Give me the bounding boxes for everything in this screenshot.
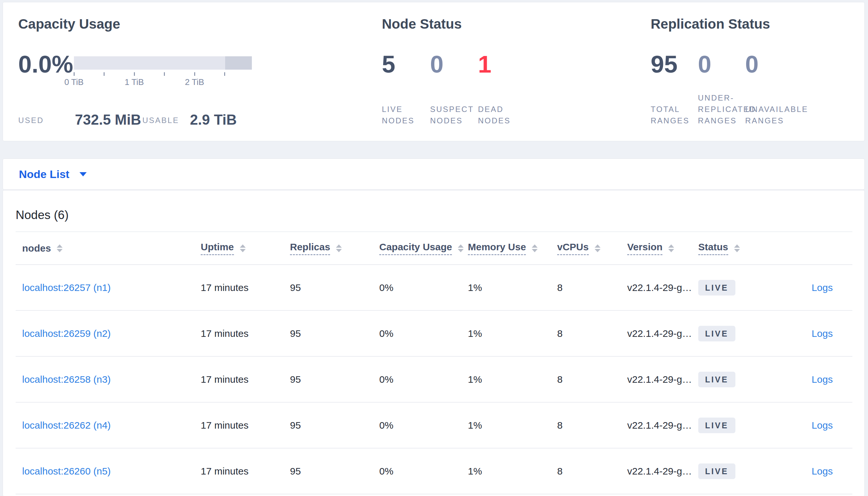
uptime-value: 17 minutes — [201, 328, 290, 339]
replicas-value: 95 — [290, 420, 379, 431]
live-nodes-count: 5 — [382, 51, 395, 77]
heading-divider — [16, 231, 852, 232]
table-row: localhost:26257 (n1) 17 minutes 95 0% 1%… — [16, 265, 852, 311]
total-ranges-count: 95 — [651, 51, 677, 77]
uptime-value: 17 minutes — [201, 374, 290, 385]
status-badge: LIVE — [698, 280, 735, 295]
version-value: v22.1.4-29-g… — [627, 328, 698, 339]
node-link[interactable]: localhost:26260 (n5) — [22, 466, 111, 477]
column-header-status[interactable]: Status — [698, 242, 728, 255]
capacity-usage-percent: 0.0% — [18, 51, 73, 77]
status-badge: LIVE — [698, 326, 735, 341]
sort-icon[interactable] — [595, 244, 600, 252]
table-row: localhost:26259 (n2) 17 minutes 95 0% 1%… — [16, 311, 852, 357]
memory-use-value: 1% — [468, 466, 557, 477]
sort-icon[interactable] — [336, 244, 342, 252]
node-status-title: Node Status — [382, 17, 462, 31]
caret-down-icon[interactable] — [79, 172, 87, 176]
axis-tick-label: 0 TiB — [64, 77, 84, 87]
view-selector-bar — [3, 158, 865, 190]
axis-tick — [134, 72, 135, 76]
uptime-value: 17 minutes — [201, 420, 290, 431]
axis-tick — [194, 72, 195, 76]
column-header-vcpus[interactable]: vCPUs — [557, 242, 589, 255]
table-row: localhost:26260 (n5) 17 minutes 95 0% 1%… — [16, 449, 852, 494]
suspect-nodes-count: 0 — [430, 51, 444, 77]
capacity-usage-value: 0% — [379, 374, 468, 385]
sort-icon[interactable] — [734, 244, 740, 252]
logs-link[interactable]: Logs — [812, 420, 833, 431]
table-row: localhost:26262 (n4) 17 minutes 95 0% 1%… — [16, 403, 852, 449]
node-list-dropdown[interactable]: Node List — [19, 168, 87, 181]
column-header-uptime[interactable]: Uptime — [201, 242, 234, 255]
node-link[interactable]: localhost:26262 (n4) — [22, 420, 111, 431]
capacity-reserved-segment — [225, 56, 252, 69]
uptime-value: 17 minutes — [201, 282, 290, 293]
sort-icon[interactable] — [458, 244, 464, 252]
dead-nodes-count: 1 — [478, 51, 491, 77]
capacity-usage-value: 0% — [379, 282, 468, 293]
capacity-usage-value: 0% — [379, 328, 468, 339]
vcpus-value: 8 — [557, 282, 627, 293]
column-header-version[interactable]: Version — [627, 242, 662, 255]
memory-use-value: 1% — [468, 420, 557, 431]
unavailable-ranges-label: UNAVAILABLE RANGES — [745, 104, 808, 126]
memory-use-value: 1% — [468, 282, 557, 293]
version-value: v22.1.4-29-g… — [627, 420, 698, 431]
logs-link[interactable]: Logs — [812, 466, 833, 477]
usable-value: 2.9 TiB — [190, 112, 237, 128]
vcpus-value: 8 — [557, 374, 627, 385]
suspect-nodes-label: SUSPECT NODES — [430, 104, 474, 126]
sort-icon[interactable] — [57, 244, 62, 252]
axis-tick-label: 2 TiB — [185, 77, 204, 87]
capacity-usage-value: 0% — [379, 466, 468, 477]
sort-icon[interactable] — [240, 244, 246, 252]
vcpus-value: 8 — [557, 466, 627, 477]
sort-icon[interactable] — [532, 244, 538, 252]
logs-link[interactable]: Logs — [812, 374, 833, 385]
logs-link[interactable]: Logs — [812, 282, 833, 293]
replicas-value: 95 — [290, 374, 379, 385]
nodes-heading: Nodes (6) — [16, 208, 69, 222]
axis-tick — [104, 72, 105, 76]
node-link[interactable]: localhost:26259 (n2) — [22, 328, 111, 339]
memory-use-value: 1% — [468, 328, 557, 339]
total-ranges-label: TOTAL RANGES — [651, 104, 689, 126]
uptime-value: 17 minutes — [201, 466, 290, 477]
version-value: v22.1.4-29-g… — [627, 374, 698, 385]
replicas-value: 95 — [290, 466, 379, 477]
axis-tick — [224, 72, 225, 76]
sort-icon[interactable] — [668, 244, 674, 252]
node-link[interactable]: localhost:26257 (n1) — [22, 282, 111, 293]
axis-tick — [164, 72, 165, 76]
column-header-nodes[interactable]: nodes — [22, 243, 51, 254]
axis-tick — [74, 72, 75, 76]
table-header-row: nodes Uptime Replicas Capacity Usage Mem… — [16, 232, 852, 265]
status-badge: LIVE — [698, 372, 735, 387]
replication-status-title: Replication Status — [651, 17, 770, 31]
replicas-value: 95 — [290, 328, 379, 339]
node-link[interactable]: localhost:26258 (n3) — [22, 374, 111, 385]
used-value: 732.5 MiB — [75, 112, 141, 128]
capacity-usage-value: 0% — [379, 420, 468, 431]
live-nodes-label: LIVE NODES — [382, 104, 415, 126]
axis-tick-label: 1 TiB — [124, 77, 144, 87]
logs-link[interactable]: Logs — [812, 328, 833, 339]
version-value: v22.1.4-29-g… — [627, 282, 698, 293]
usable-label: USABLE — [143, 116, 179, 125]
memory-use-value: 1% — [468, 374, 557, 385]
under-replicated-ranges-count: 0 — [698, 51, 711, 77]
column-header-replicas[interactable]: Replicas — [290, 242, 330, 255]
dead-nodes-label: DEAD NODES — [478, 104, 511, 126]
replicas-value: 95 — [290, 282, 379, 293]
status-badge: LIVE — [698, 463, 735, 479]
status-badge: LIVE — [698, 418, 735, 433]
version-value: v22.1.4-29-g… — [627, 466, 698, 477]
column-header-capacity-usage[interactable]: Capacity Usage — [379, 242, 452, 255]
vcpus-value: 8 — [557, 328, 627, 339]
vcpus-value: 8 — [557, 420, 627, 431]
unavailable-ranges-count: 0 — [745, 51, 759, 77]
column-header-memory-use[interactable]: Memory Use — [468, 242, 526, 255]
node-list-dropdown-label[interactable]: Node List — [19, 168, 70, 181]
table-row: localhost:26258 (n3) 17 minutes 95 0% 1%… — [16, 357, 852, 403]
